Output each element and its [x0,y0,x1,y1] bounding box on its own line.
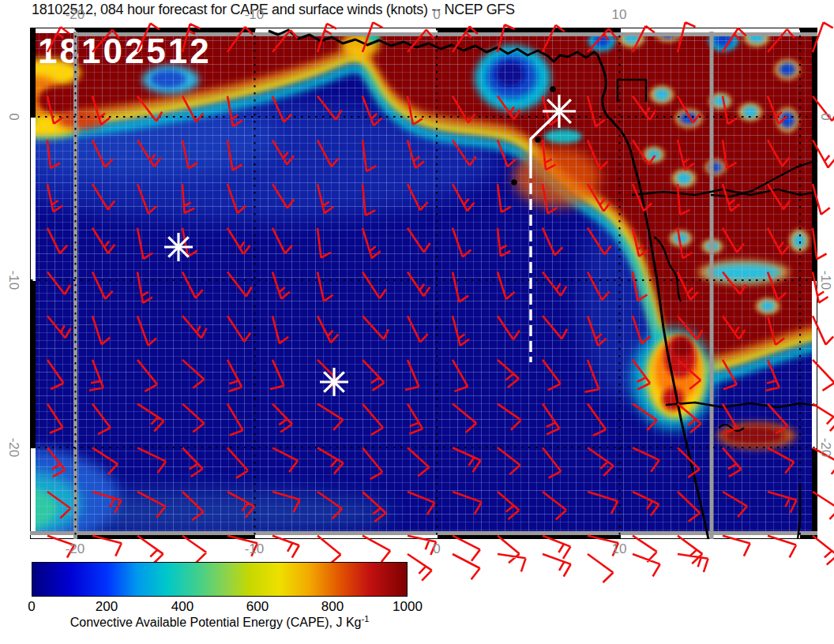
frame-band-segment [812,448,817,538]
top-axis-label-10: 10 [612,7,627,23]
frame-band-segment [438,534,621,538]
bottom-axis-label--20: -20 [66,541,85,557]
left-axis-label--10: -10 [6,271,21,290]
frame-band-segment [255,28,438,33]
frame-band-segment [812,281,817,448]
frame-band-segment [31,28,36,118]
frame-band-segment [255,534,438,538]
colorbar-tick-1000: 1000 [393,599,423,615]
cycle-label-overlay: 18102512 [38,32,212,71]
top-axis-label--10: -10 [245,7,265,23]
frame-band-segment [31,448,36,538]
frame-band-segment [621,28,800,33]
frame-band-segment [76,534,255,538]
frame-band-segment [31,281,36,448]
colorbar-tick-0: 0 [28,599,35,615]
colorbar-tick-200: 200 [96,599,118,615]
frame-band-segment [438,28,621,33]
left-axis-label-0: 0 [6,113,21,120]
frame-band-segment [31,534,76,538]
bottom-axis-label-0: 0 [433,541,440,557]
map-plot-area: 18102512 [30,28,817,539]
top-axis-label--20: -20 [66,7,85,23]
cape-colorbar [32,562,408,597]
colorbar-tick-800: 800 [321,599,344,615]
colorbar-tick-labels: 02004006008001000 [0,599,834,615]
colorbar-caption-text: Convective Available Potential Energy (C… [70,616,362,629]
right-axis-label--20: -20 [817,438,833,458]
colorbar-tick-400: 400 [171,599,193,615]
chart-title: 18102512, 084 hour forecast for CAPE and… [32,2,515,18]
right-axis-label-0: 0 [817,113,833,120]
top-axis-label-0: 0 [433,7,440,23]
frame-band-segment [31,118,36,281]
colorbar-tick-600: 600 [246,599,269,615]
frame-band-segment [812,28,817,281]
bottom-axis-label-10: 10 [612,541,627,557]
right-axis-label--10: -10 [817,271,833,290]
fine-graticule-mesh [31,28,817,538]
bottom-axis-label--10: -10 [245,541,265,557]
colorbar-caption: Convective Available Potential Energy (C… [32,614,408,630]
colorbar-caption-exponent: -1 [362,614,370,623]
left-axis-label--20: -20 [6,438,21,458]
forecast-chart-canvas: 18102512, 084 hour forecast for CAPE and… [0,0,834,644]
frame-band-segment [621,534,800,538]
